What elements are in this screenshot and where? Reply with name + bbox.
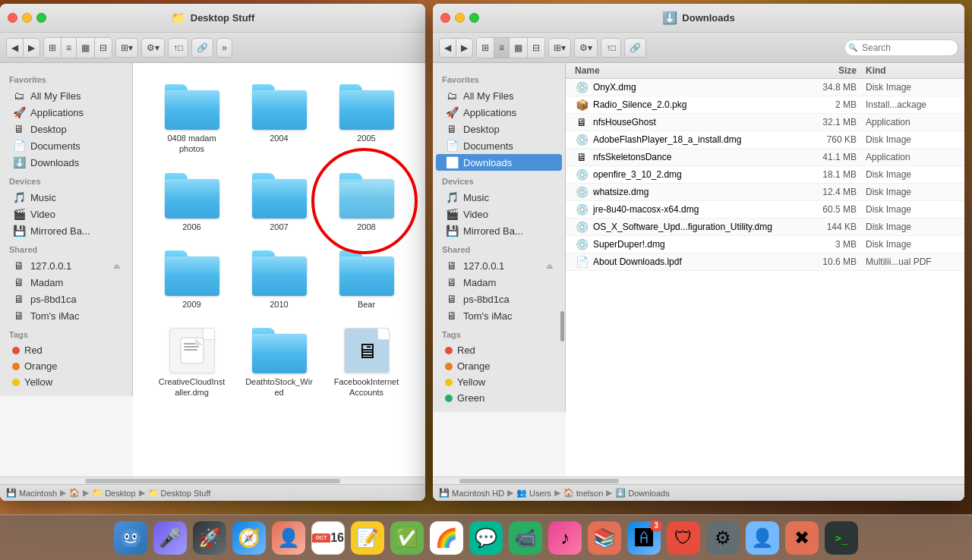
sidebar-item-green-2[interactable]: Green — [436, 390, 562, 406]
tag-btn-2[interactable]: 🔗 — [624, 38, 646, 58]
forward-button-2[interactable]: ▶ — [456, 38, 473, 58]
sidebar-item-orange-2[interactable]: Orange — [436, 358, 562, 374]
back-button-2[interactable]: ◀ — [439, 38, 456, 58]
search-input-2[interactable] — [844, 39, 958, 56]
dock-item-notes[interactable]: 📝 — [349, 520, 386, 556]
dock-item-siri[interactable]: 🎤 — [152, 520, 188, 556]
cover-view-btn-2[interactable]: ⊟ — [528, 38, 544, 58]
dock-item-reminders[interactable]: ✅ — [389, 520, 425, 556]
minimize-button-2[interactable] — [455, 13, 465, 23]
sidebar-item-music-1[interactable]: 🎵 Music — [3, 189, 129, 206]
grid-item-0408[interactable]: 0408 madamphotos — [151, 81, 232, 158]
sidebar-item-video-2[interactable]: 🎬 Video — [436, 206, 562, 222]
back-button-1[interactable]: ◀ — [6, 38, 23, 58]
sidebar-item-yellow-2[interactable]: Yellow — [436, 374, 562, 390]
sidebar-item-127-1[interactable]: 🖥 127.0.0.1 ⏏ — [3, 257, 129, 274]
list-row-nfs-house[interactable]: 🖥 nfsHouseGhost 32.1 MB Application — [566, 114, 964, 131]
grid-item-bear[interactable]: Bear — [326, 247, 407, 313]
dock-item-ibooks[interactable]: 📚 — [586, 520, 623, 556]
list-row-about-downloads[interactable]: 📄 About Downloads.lpdf 10.6 MB Multilii.… — [566, 253, 964, 271]
list-view-btn-2[interactable]: ≡ — [494, 38, 510, 58]
col-header-kind[interactable]: Kind — [857, 65, 955, 76]
grid-item-2010[interactable]: 2010 — [238, 247, 320, 313]
dock-item-finder[interactable] — [112, 520, 149, 556]
sidebar-item-ps8bd1ca-2[interactable]: 🖥 ps-8bd1ca — [436, 291, 562, 307]
dock-item-itunes[interactable]: ♪ — [547, 520, 583, 556]
sidebar-item-mirrored-2[interactable]: 💾 Mirrored Ba... — [436, 222, 562, 239]
action-btn-2[interactable]: ⚙▾ — [574, 38, 598, 58]
close-button-2[interactable] — [440, 13, 450, 23]
share-btn-2[interactable]: ↑□ — [601, 38, 621, 58]
list-row-osx-software[interactable]: 💿 OS_X_Software_Upd...figuration_Utility… — [566, 219, 964, 236]
dock-item-photos[interactable]: 🌈 — [428, 520, 465, 556]
arrange-btn-2[interactable]: ⊞▾ — [548, 38, 571, 58]
forward-button-1[interactable]: ▶ — [23, 38, 40, 58]
grid-item-creativecloud[interactable]: CreativeCloudInstaller.dmg — [151, 325, 232, 401]
sidebar-item-applications-2[interactable]: 🚀 Applications — [436, 104, 562, 121]
minimize-button-1[interactable] — [22, 13, 32, 23]
share-btn-1[interactable]: ↑□ — [168, 38, 188, 58]
list-row-onyx[interactable]: 💿 OnyX.dmg 34.8 MB Disk Image — [566, 79, 964, 96]
sidebar-item-documents-2[interactable]: 📄 Documents — [436, 137, 562, 154]
sidebar-item-toms-imac-2[interactable]: 🖥 Tom's iMac — [436, 307, 562, 324]
sidebar-item-video-1[interactable]: 🎬 Video — [3, 206, 129, 222]
grid-item-deathtostock[interactable]: DeathtoStock_Wired — [238, 325, 320, 401]
sidebar-item-desktop-2[interactable]: 🖥 Desktop — [436, 121, 562, 137]
maximize-button-2[interactable] — [469, 13, 479, 23]
sidebar-item-desktop-1[interactable]: 🖥 Desktop — [3, 121, 129, 137]
sidebar-item-downloads-1[interactable]: ⬇️ Downloads — [3, 154, 129, 171]
grid-item-2008[interactable]: 2008 — [326, 170, 407, 235]
dock-item-facetime[interactable]: 📹 — [507, 520, 544, 556]
col-header-size[interactable]: Size — [796, 65, 857, 76]
icon-view-btn-2[interactable]: ⊞ — [477, 38, 494, 58]
content-area-1[interactable]: 0408 madamphotos 2004 2005 2006 200 — [133, 63, 425, 477]
sidebar-item-all-my-files-2[interactable]: 🗂 All My Files — [436, 87, 562, 104]
maximize-button-1[interactable] — [36, 13, 46, 23]
sidebar-item-ps8bd1ca-1[interactable]: 🖥 ps-8bd1ca — [3, 291, 129, 307]
sidebar-item-applications-1[interactable]: 🚀 Applications — [3, 104, 129, 121]
icon-view-btn-1[interactable]: ⊞ — [44, 38, 62, 58]
grid-item-2006[interactable]: 2006 — [151, 170, 232, 235]
sidebar-item-music-2[interactable]: 🎵 Music — [436, 189, 562, 206]
cover-view-btn-1[interactable]: ⊟ — [95, 38, 112, 58]
dock-item-calendar[interactable]: OCT 16 — [310, 520, 346, 556]
dock-item-safari[interactable]: 🧭 — [231, 520, 267, 556]
arrange-btn-1[interactable]: ⊞▾ — [115, 38, 138, 58]
dock-item-crossover[interactable]: ✖ — [784, 520, 820, 556]
close-button-1[interactable] — [8, 13, 17, 23]
list-row-nfs-skeletons[interactable]: 🖥 nfsSkeletonsDance 41.1 MB Application — [566, 149, 964, 166]
sidebar-item-madam-2[interactable]: 🖥 Madam — [436, 274, 562, 291]
sidebar-item-madam-1[interactable]: 🖥 Madam — [3, 274, 129, 291]
dock-item-messages[interactable]: 💬 — [468, 520, 504, 556]
list-row-whatsize[interactable]: 💿 whatsize.dmg 12.4 MB Disk Image — [566, 184, 964, 201]
tag-btn-1[interactable]: 🔗 — [191, 38, 213, 58]
sidebar-item-documents-1[interactable]: 📄 Documents — [3, 137, 129, 154]
column-view-btn-1[interactable]: ▦ — [77, 38, 95, 58]
sidebar-item-downloads-2[interactable]: ⬇️ Downloads — [436, 154, 562, 171]
sidebar-item-orange-1[interactable]: Orange — [3, 358, 129, 374]
col-header-name[interactable]: Name — [575, 65, 796, 76]
dock-item-directory[interactable]: 👤 — [744, 520, 781, 556]
action-btn-1[interactable]: ⚙▾ — [141, 38, 165, 58]
grid-item-2009[interactable]: 2009 — [151, 247, 232, 313]
dock-item-contacts[interactable]: 👤 — [270, 520, 307, 556]
column-view-btn-2[interactable]: ▦ — [510, 38, 528, 58]
list-row-openfire[interactable]: 💿 openfire_3_10_2.dmg 18.1 MB Disk Image — [566, 166, 964, 184]
dock-item-crashplan[interactable]: 🛡 — [665, 520, 702, 556]
grid-item-2004[interactable]: 2004 — [238, 81, 320, 158]
downloads-content[interactable]: Name Size Kind 💿 OnyX.dmg 34.8 MB Disk I… — [566, 63, 964, 477]
dock-item-terminal[interactable]: >_ — [823, 520, 860, 556]
sidebar-scrollbar-2[interactable] — [560, 311, 564, 341]
sidebar-item-mirrored-1[interactable]: 💾 Mirrored Ba... — [3, 222, 129, 239]
grid-item-2007[interactable]: 2007 — [238, 170, 320, 235]
list-row-radio-silence[interactable]: 📦 Radio_Silence_2.0.pkg 2 MB Install...a… — [566, 96, 964, 114]
dock-item-system-prefs[interactable]: ⚙ — [705, 520, 741, 556]
grid-item-facebook[interactable]: 🖥 FacebookInternetAccounts — [326, 325, 407, 401]
more-btn-1[interactable]: » — [216, 38, 232, 58]
sidebar-item-all-my-files-1[interactable]: 🗂 All My Files — [3, 87, 129, 104]
sidebar-item-red-2[interactable]: Red — [436, 342, 562, 358]
grid-item-2005[interactable]: 2005 — [326, 81, 407, 158]
sidebar-item-red-1[interactable]: Red — [3, 342, 129, 358]
h-scrollbar-2[interactable] — [433, 477, 964, 484]
list-view-btn-1[interactable]: ≡ — [62, 38, 77, 58]
